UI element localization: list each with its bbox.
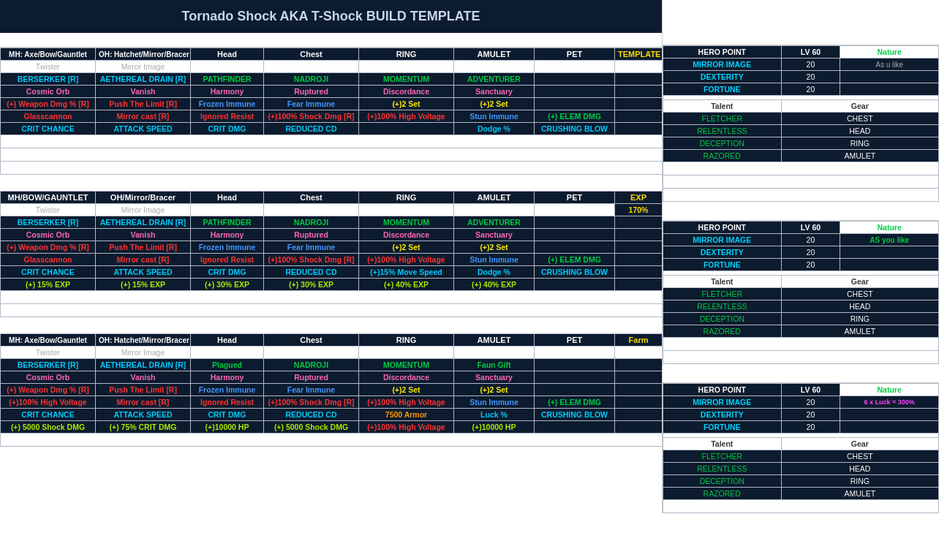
cell: AETHEREAL DRAIN [R] — [96, 73, 191, 86]
cell: Faun Gift — [454, 359, 535, 371]
cell: Mirror Image — [96, 61, 191, 73]
head-header: Head — [191, 48, 264, 61]
heropoint-label: HERO POINT — [663, 46, 782, 58]
farm-label: Farm — [615, 334, 663, 347]
fort-note-t — [840, 83, 939, 96]
table-row — [1, 291, 663, 304]
table-row: RAZORED AMULET — [663, 150, 939, 162]
table-row — [663, 189, 939, 202]
talent2-e: RELENTLESS — [663, 300, 782, 313]
gear1-e: CHEST — [781, 288, 938, 300]
mi-note-e: AS you like — [840, 234, 939, 246]
table-row: CRIT CHANCE ATTACK SPEED CRIT DMG REDUCE… — [1, 123, 663, 135]
cell: AETHEREAL DRAIN [R] — [96, 216, 191, 229]
cell: Push The Limit [R] — [96, 241, 191, 254]
table-row: Twister Mirror Image — [1, 61, 663, 73]
table-row: Cosmic Orb Vanish Harmony Ruptured Disco… — [1, 229, 663, 241]
cell: Dodge % — [454, 266, 535, 279]
talent3-t: DECEPTION — [663, 137, 782, 150]
cell: Discordance — [359, 371, 454, 384]
cell: MOMENTUM — [359, 73, 454, 86]
cell: Dodge % — [454, 123, 535, 135]
farm-right-table: HERO POINT LV 60 Nature MIRROR IMAGE 20 … — [663, 383, 939, 513]
table-row: Talent Gear — [663, 438, 939, 450]
oh-header-farm: OH: Hatchet/Mirror/Bracer — [96, 334, 191, 347]
cell: Stun Immune — [454, 396, 535, 409]
fort-val-t: 20 — [781, 83, 840, 96]
cell — [535, 204, 615, 216]
amulet-header-farm: AMULET — [454, 334, 535, 347]
template-right-panel: HERO POINT LV 60 Nature MIRROR IMAGE 20 … — [662, 45, 939, 202]
cell: CRIT DMG — [191, 123, 264, 135]
table-row: MIRROR IMAGE 20 As u like — [663, 58, 939, 71]
dex-label-f: DEXTERITY — [663, 409, 782, 421]
cell: (+)100% High Voltage — [1, 396, 96, 409]
head-header-farm: Head — [191, 334, 264, 347]
table-row: (+) Weapon Dmg % [R] Push The Limit [R] … — [1, 241, 663, 254]
cell: Stun Immune — [454, 254, 535, 266]
table-row: FLETCHER CHEST — [663, 113, 939, 125]
fort-label-t: FORTUNE — [663, 83, 782, 96]
dex-val-e: 20 — [781, 246, 840, 259]
gear2-t: HEAD — [781, 125, 938, 137]
cell — [615, 347, 663, 359]
cell: Discordance — [359, 86, 454, 98]
cell: (+)2 Set — [359, 384, 454, 396]
table-row — [663, 162, 939, 175]
cell: NADROJI — [264, 359, 359, 371]
cell — [359, 61, 454, 73]
farm-table: MH: Axe/Bow/Gauntlet OH: Hatchet/Mirror/… — [0, 333, 663, 447]
talent1-f: FLETCHER — [663, 450, 782, 463]
dex-note-e — [840, 246, 939, 259]
gear4-e: AMULET — [781, 325, 938, 338]
mi-label-f: MIRROR IMAGE — [663, 396, 782, 409]
cell: (+) 30% EXP — [264, 279, 359, 291]
ring-header-farm: RING — [359, 334, 454, 347]
template-table: MH: Axe/Bow/Gauntlet OH: Hatchet/Mirror/… — [0, 48, 663, 175]
cell: (+) Weapon Dmg % [R] — [1, 384, 96, 396]
main-container: Tornado Shock AKA T-Shock BUILD TEMPLATE… — [0, 0, 939, 516]
oh-header-exp: OH/Mirror/Bracer — [96, 192, 191, 204]
fort-label-e: FORTUNE — [663, 259, 782, 271]
right-gap-2 — [662, 367, 939, 383]
cell — [359, 347, 454, 359]
cell — [535, 241, 615, 254]
page-title: Tornado Shock AKA T-Shock BUILD TEMPLATE — [0, 0, 662, 33]
cell: ADVENTURER — [454, 73, 535, 86]
mi-val-f: 20 — [781, 396, 840, 409]
cell: (+) 30% EXP — [191, 279, 264, 291]
cell — [615, 110, 663, 123]
gear3-t: RING — [781, 137, 938, 150]
cell: MOMENTUM — [359, 359, 454, 371]
left-section: Tornado Shock AKA T-Shock BUILD TEMPLATE… — [0, 0, 662, 516]
cell — [615, 409, 663, 421]
cell: (+)100% Shock Dmg [R] — [264, 396, 359, 409]
table-row: CRIT CHANCE ATTACK SPEED CRIT DMG REDUCE… — [1, 266, 663, 279]
cell: Mirror Image — [96, 204, 191, 216]
cell: (+) Weapon Dmg % [R] — [1, 241, 96, 254]
table-row — [663, 175, 939, 189]
talent3-f: DECEPTION — [663, 475, 782, 488]
cell: REDUCED CD — [264, 266, 359, 279]
cell: NADROJI — [264, 216, 359, 229]
mi-note-t: As u like — [840, 58, 939, 71]
cell: Ruptured — [264, 371, 359, 384]
cell — [535, 61, 615, 73]
cell — [191, 204, 264, 216]
table-row — [1, 304, 663, 317]
cell — [535, 371, 615, 384]
cell: (+)100% High Voltage — [359, 396, 454, 409]
cell: AETHEREAL DRAIN [R] — [96, 359, 191, 371]
cell: (+) 75% CRIT DMG — [96, 421, 191, 434]
cell: 7500 Armor — [359, 409, 454, 421]
cell — [454, 347, 535, 359]
cell: (+)100% High Voltage — [359, 110, 454, 123]
cell — [615, 86, 663, 98]
table-row: DEXTERITY 20 — [663, 409, 939, 421]
chest-header-exp: Chest — [264, 192, 359, 204]
gear-col-t: Gear — [781, 100, 938, 113]
table-row — [1, 135, 663, 148]
table-row — [663, 351, 939, 364]
exp-header: MH/BOW/GAUNTLET OH/Mirror/Bracer Head Ch… — [1, 192, 663, 204]
cell: PATHFINDER — [191, 73, 264, 86]
